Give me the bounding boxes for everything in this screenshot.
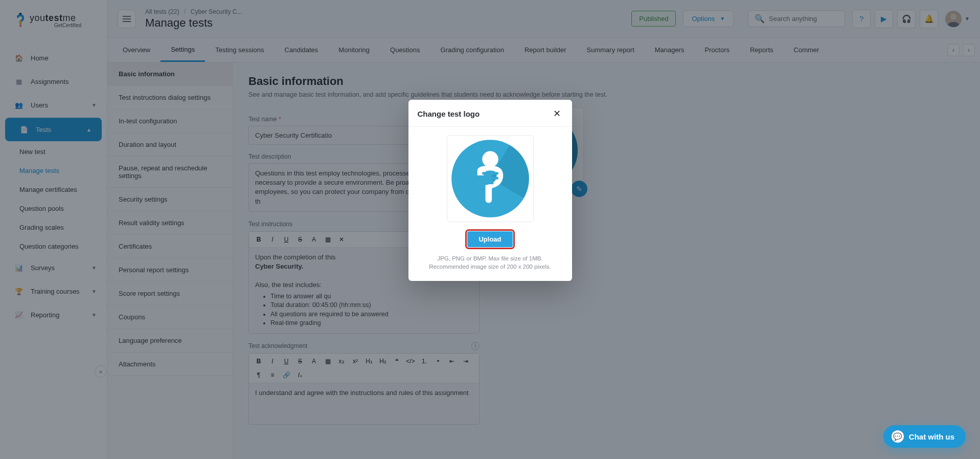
change-logo-modal: Change test logo ✕ Upload JPG, PNG or BM…	[408, 100, 572, 281]
chat-bubble-icon: 💬	[892, 430, 904, 443]
svg-rect-11	[482, 172, 498, 174]
svg-rect-12	[482, 177, 498, 180]
modal-hint: JPG, PNG or BMP. Max file size of 1MB. R…	[418, 254, 563, 271]
svg-point-10	[482, 151, 498, 167]
modal-overlay[interactable]: Change test logo ✕ Upload JPG, PNG or BM…	[0, 0, 980, 459]
upload-button[interactable]: Upload	[467, 231, 512, 247]
close-icon: ✕	[553, 108, 561, 119]
chat-fab[interactable]: 💬 Chat with us	[883, 425, 966, 448]
modal-logo-preview	[447, 135, 534, 222]
svg-rect-13	[482, 182, 493, 184]
modal-title: Change test logo	[418, 110, 480, 118]
modal-logo-icon	[450, 138, 531, 219]
modal-close-button[interactable]: ✕	[552, 108, 563, 119]
chat-label: Chat with us	[909, 432, 954, 441]
